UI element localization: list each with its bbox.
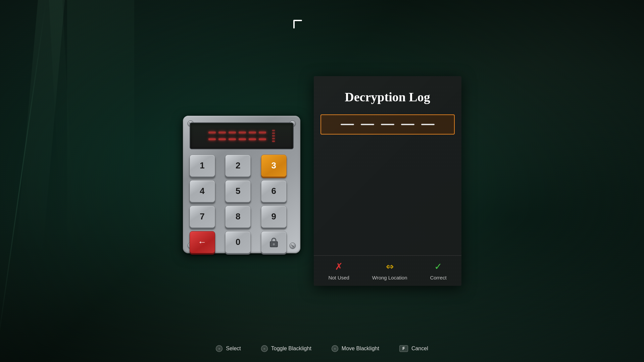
main-container: 1 2 3 4 5 6 7 8 9 ← 0 Decryption Log xyxy=(0,0,644,362)
led-dash-top-2 xyxy=(218,132,226,134)
led-dash-bot-4 xyxy=(239,138,246,140)
led-col-3 xyxy=(229,130,236,142)
log-entries xyxy=(314,141,461,255)
lock-icon xyxy=(269,237,279,247)
led-dash-top-1 xyxy=(208,132,216,134)
key-1[interactable]: 1 xyxy=(190,155,215,177)
wrong-location-label: Wrong Location xyxy=(372,275,407,280)
led-col-1 xyxy=(208,130,216,142)
legend-wrong-location: ⇔ Wrong Location xyxy=(372,261,407,280)
led-display-screen xyxy=(190,122,294,149)
log-title: Decryption Log xyxy=(314,76,461,114)
key-6[interactable]: 6 xyxy=(261,180,287,202)
numpad-panel: 1 2 3 4 5 6 7 8 9 ← 0 xyxy=(183,116,300,253)
cursor-indicator xyxy=(292,18,305,33)
led-small-dot-5 xyxy=(272,141,275,142)
not-used-label: Not Used xyxy=(328,275,349,280)
led-dash-top-5 xyxy=(249,132,256,134)
log-panel: Decryption Log ✗ Not Used ⇔ Wrong Locati… xyxy=(314,76,461,286)
led-dash-top-4 xyxy=(239,132,246,134)
key-9[interactable]: 9 xyxy=(261,206,287,228)
toggle-blacklight-label: Toggle Blacklight xyxy=(271,346,311,352)
legend-not-used: ✗ Not Used xyxy=(328,261,349,280)
key-lock[interactable] xyxy=(261,231,287,253)
control-cancel: F Cancel xyxy=(399,345,428,352)
log-dash-3 xyxy=(381,124,394,125)
cancel-btn-icon: F xyxy=(399,345,408,352)
not-used-icon: ✗ xyxy=(335,261,343,272)
led-dash-top-3 xyxy=(229,132,236,134)
led-dash-bot-5 xyxy=(249,138,256,140)
key-backspace[interactable]: ← xyxy=(190,231,215,253)
led-col-4 xyxy=(239,130,246,142)
key-0[interactable]: 0 xyxy=(225,231,251,253)
led-col-5 xyxy=(249,130,256,142)
legend-correct: ✓ Correct xyxy=(430,261,446,280)
bottom-controls: ○ Select ○ Toggle Blacklight ○ Move Blac… xyxy=(0,345,644,352)
screw-bottom-right xyxy=(290,243,296,249)
select-label: Select xyxy=(226,346,241,352)
keypad-grid: 1 2 3 4 5 6 7 8 9 ← 0 xyxy=(190,155,294,253)
move-blacklight-label: Move Blacklight xyxy=(342,346,379,352)
svg-rect-2 xyxy=(274,244,274,246)
cancel-label: Cancel xyxy=(411,346,428,352)
led-small-indicator xyxy=(272,130,275,142)
led-col-2 xyxy=(218,130,226,142)
select-btn-icon: ○ xyxy=(216,345,222,352)
correct-icon: ✓ xyxy=(434,261,442,272)
log-dash-4 xyxy=(401,124,414,125)
control-move-blacklight: ○ Move Blacklight xyxy=(332,345,379,352)
led-small-dot-2 xyxy=(272,133,275,134)
led-small-dot-3 xyxy=(272,135,275,137)
toggle-blacklight-btn-icon: ○ xyxy=(261,345,268,352)
led-small-dot-1 xyxy=(272,130,275,131)
log-input-area xyxy=(320,114,455,135)
led-dash-top-6 xyxy=(259,132,266,134)
log-legend: ✗ Not Used ⇔ Wrong Location ✓ Correct xyxy=(314,255,461,286)
led-dash-bot-3 xyxy=(229,138,236,140)
led-display xyxy=(208,130,275,142)
key-7[interactable]: 7 xyxy=(190,206,215,228)
led-col-6 xyxy=(259,130,266,142)
key-3[interactable]: 3 xyxy=(261,155,287,177)
correct-label: Correct xyxy=(430,275,446,280)
led-dash-bot-1 xyxy=(208,138,216,140)
log-dash-2 xyxy=(361,124,374,125)
led-dash-bot-6 xyxy=(259,138,266,140)
control-select: ○ Select xyxy=(216,345,241,352)
led-small-dot-4 xyxy=(272,138,275,139)
move-blacklight-btn-icon: ○ xyxy=(332,345,338,352)
key-8[interactable]: 8 xyxy=(225,206,251,228)
led-dash-bot-2 xyxy=(218,138,226,140)
key-4[interactable]: 4 xyxy=(190,180,215,202)
wrong-location-icon: ⇔ xyxy=(386,261,394,272)
key-2[interactable]: 2 xyxy=(225,155,251,177)
control-toggle-blacklight: ○ Toggle Blacklight xyxy=(261,345,311,352)
log-dash-1 xyxy=(341,124,354,125)
key-5[interactable]: 5 xyxy=(225,180,251,202)
log-dash-5 xyxy=(421,124,435,125)
